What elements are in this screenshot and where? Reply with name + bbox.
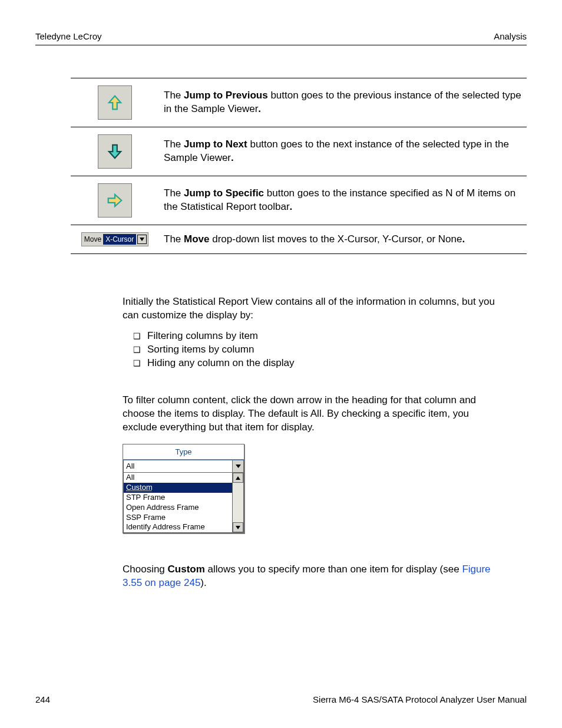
jump-specific-button[interactable] (98, 183, 132, 218)
table-row: The Jump to Specific button goes to the … (71, 176, 527, 225)
scroll-up-icon[interactable] (233, 473, 243, 483)
jump-previous-button[interactable] (98, 85, 132, 120)
row-text: The Move drop-down list moves to the X-C… (164, 225, 527, 254)
right-arrow-icon (106, 192, 124, 209)
header-rule (35, 45, 527, 45)
dropdown-item[interactable]: Open Address Frame (124, 503, 232, 513)
dropdown-listbox[interactable]: All Custom STP Frame Open Address Frame … (123, 473, 244, 533)
dropdown-item[interactable]: STP Frame (124, 493, 232, 503)
dropdown-header: Type (123, 444, 244, 461)
custom-paragraph: Choosing Custom allows you to specify mo… (123, 563, 503, 590)
move-selected-value: X-Cursor (103, 234, 136, 245)
scroll-down-icon[interactable] (233, 522, 243, 532)
dropdown-item[interactable]: Custom (124, 483, 232, 493)
move-label: Move (83, 235, 103, 244)
list-item: Filtering columns by item (147, 330, 503, 343)
filter-paragraph: To filter column content, click the down… (123, 394, 503, 434)
table-row: The Jump to Next button goes to the next… (71, 127, 527, 176)
table-row: The Jump to Previous button goes to the … (71, 78, 527, 127)
intro-paragraph: Initially the Statistical Report View co… (123, 295, 503, 434)
dropdown-item[interactable]: All (124, 473, 232, 483)
table-row: Move X-Cursor The Move drop-down list mo… (71, 225, 527, 254)
type-filter-dropdown: Type All All Custom STP Frame Open Addre… (123, 444, 244, 533)
move-dropdown[interactable]: Move X-Cursor (81, 232, 148, 246)
button-description-table: The Jump to Previous button goes to the … (71, 78, 527, 254)
chevron-down-icon[interactable] (137, 235, 147, 244)
dropdown-item[interactable]: Identify Address Frame (124, 522, 232, 532)
dropdown-selected-row[interactable]: All (123, 460, 244, 473)
dropdown-selected-value: All (123, 460, 232, 473)
header-left: Teledyne LeCroy (35, 31, 102, 42)
list-item: Hiding any column on the display (147, 357, 503, 370)
row-text: The Jump to Previous button goes to the … (164, 78, 527, 127)
list-item: Sorting items by column (147, 343, 503, 357)
customize-list: Filtering columns by item Sorting items … (123, 330, 503, 370)
page-header: Teledyne LeCroy Analysis (35, 31, 527, 42)
down-arrow-icon (106, 143, 124, 160)
header-right: Analysis (494, 31, 527, 42)
chevron-down-icon[interactable] (232, 460, 244, 473)
row-text: The Jump to Next button goes to the next… (164, 127, 527, 176)
row-text: The Jump to Specific button goes to the … (164, 176, 527, 225)
scroll-track[interactable] (233, 483, 243, 522)
up-arrow-icon (106, 94, 124, 111)
dropdown-item[interactable]: SSP Frame (124, 513, 232, 523)
scrollbar[interactable] (233, 473, 244, 533)
jump-next-button[interactable] (98, 134, 132, 169)
